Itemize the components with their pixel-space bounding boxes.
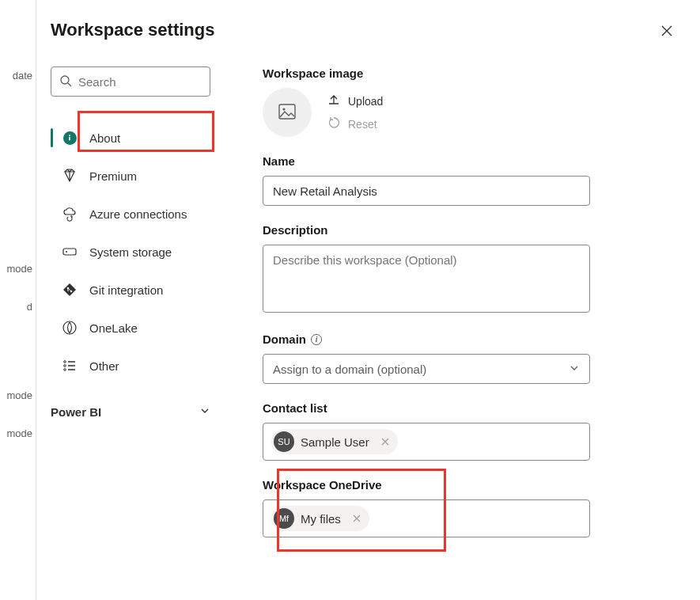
settings-modal: Workspace settings	[36, 0, 700, 600]
reset-label: Reset	[348, 118, 377, 131]
workspace-image-placeholder	[263, 88, 312, 137]
svg-rect-3	[63, 249, 76, 255]
nav-label: Premium	[89, 169, 137, 183]
close-icon	[660, 28, 673, 40]
description-label: Description	[263, 223, 654, 237]
nav-label: About	[89, 131, 120, 145]
nav-label: Azure connections	[89, 207, 187, 221]
name-label: Name	[263, 154, 654, 168]
bg-text: mode	[0, 427, 36, 439]
domain-placeholder: Assign to a domain (optional)	[273, 363, 426, 376]
nav-premium[interactable]: Premium	[51, 157, 210, 195]
domain-label: Domain i	[263, 332, 654, 346]
bg-text: mode	[0, 263, 36, 275]
remove-chip-button[interactable]	[379, 435, 392, 448]
close-button[interactable]	[656, 20, 678, 44]
reset-icon	[327, 116, 340, 131]
info-icon	[62, 130, 78, 146]
onedrive-label: Workspace OneDrive	[263, 478, 654, 492]
upload-icon	[327, 93, 340, 108]
reset-button: Reset	[327, 116, 383, 131]
search-icon	[59, 74, 72, 89]
onedrive-chip: Mf My files	[271, 506, 369, 531]
diamond-icon	[62, 168, 78, 184]
search-box[interactable]	[51, 66, 210, 97]
svg-point-10	[64, 369, 66, 371]
upload-button[interactable]: Upload	[327, 93, 383, 108]
chevron-down-icon	[199, 405, 210, 419]
nav-label: Other	[89, 359, 119, 373]
domain-label-text: Domain	[263, 332, 306, 346]
workspace-image-label: Workspace image	[263, 66, 654, 80]
bg-text: mode	[0, 389, 36, 401]
name-input[interactable]	[263, 176, 590, 206]
svg-point-4	[66, 251, 67, 253]
bg-text: d	[0, 301, 36, 313]
nav-label: Git integration	[89, 283, 163, 297]
upload-label: Upload	[348, 95, 383, 108]
image-icon	[277, 101, 297, 124]
info-icon[interactable]: i	[311, 334, 322, 345]
search-input[interactable]	[78, 75, 229, 89]
bg-text: date	[0, 70, 36, 82]
nav-other[interactable]: Other	[51, 347, 210, 385]
chip-label: My files	[301, 512, 341, 526]
domain-select[interactable]: Assign to a domain (optional)	[263, 354, 590, 384]
nav-azure[interactable]: Azure connections	[51, 195, 210, 233]
section-label: Power BI	[51, 405, 101, 419]
cloud-sync-icon	[62, 206, 78, 222]
chip-label: Sample User	[301, 435, 369, 449]
section-powerbi[interactable]: Power BI	[51, 399, 210, 425]
contact-list-label: Contact list	[263, 401, 654, 415]
svg-rect-11	[279, 104, 295, 119]
contact-chip: SU Sample User	[271, 429, 398, 454]
chevron-down-icon	[569, 363, 580, 376]
svg-point-0	[61, 76, 69, 84]
nav-onelake[interactable]: OneLake	[51, 309, 210, 347]
contact-list-input[interactable]: SU Sample User	[263, 423, 590, 461]
svg-point-7	[63, 321, 76, 334]
nav-about[interactable]: About	[51, 119, 210, 157]
avatar: Mf	[274, 508, 294, 529]
svg-point-8	[64, 361, 66, 363]
svg-point-9	[64, 365, 66, 367]
list-icon	[62, 358, 78, 374]
remove-chip-button[interactable]	[350, 512, 363, 525]
avatar: SU	[274, 431, 294, 452]
nav-storage[interactable]: System storage	[51, 233, 210, 271]
svg-rect-2	[69, 137, 70, 140]
storage-icon	[62, 244, 78, 260]
description-input[interactable]	[263, 245, 590, 313]
nav-label: OneLake	[89, 321, 138, 335]
onelake-icon	[62, 320, 78, 336]
nav-label: System storage	[89, 245, 172, 259]
git-icon	[62, 282, 78, 298]
onedrive-input[interactable]: Mf My files	[263, 499, 590, 537]
svg-point-1	[69, 135, 70, 136]
about-form: Workspace image Upload	[263, 66, 686, 555]
nav-git[interactable]: Git integration	[51, 271, 210, 309]
modal-title: Workspace settings	[51, 20, 214, 40]
svg-point-12	[282, 108, 285, 110]
settings-sidebar: About Premium Azure connections	[51, 66, 210, 555]
